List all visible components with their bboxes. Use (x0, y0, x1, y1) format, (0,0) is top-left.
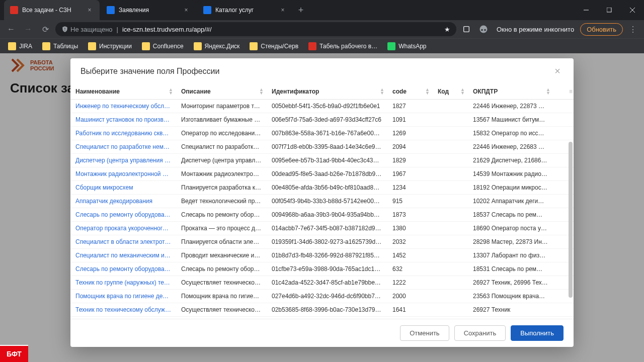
bookmark-stands[interactable]: Стенды/Серв (246, 40, 302, 52)
bookmark-jira[interactable]: JIRA (4, 40, 36, 52)
bookmark-confluence[interactable]: Confluence (138, 40, 188, 52)
tab-2[interactable]: Заявления × (101, 0, 196, 20)
profession-table: Наименование▲▼ Описание▲▼ Идентификатор▲… (70, 84, 574, 319)
close-icon[interactable]: × (86, 6, 94, 14)
close-window-button[interactable] (621, 0, 644, 20)
cell-name[interactable]: Помощник врача по гигиене детей (70, 290, 176, 303)
cell-code: 1967 (387, 167, 433, 181)
cell-name[interactable]: Работник по исследованию скважин (70, 127, 176, 140)
table-row[interactable]: Аппаратчик декодированияВедет технологич… (70, 195, 574, 208)
cancel-button[interactable]: Отменить (400, 325, 449, 341)
cell-desc: Прокатка — это процесс де… (176, 222, 267, 235)
window-controls (575, 0, 644, 20)
table-row[interactable]: Специалист по разработке немета…Специали… (70, 140, 574, 154)
maximize-button[interactable] (598, 0, 621, 20)
profession-picker-modal: Выберите значение поля Профессии × Наиме… (70, 58, 574, 347)
cell-code: 2032 (387, 235, 433, 249)
cell-okpdtr: 22446 Инженер, 22683 … (468, 140, 553, 154)
cell-name[interactable]: Сборщик изделий мебели из дерев… (70, 317, 176, 319)
cell-name[interactable]: Инженер по техническому обслужи… (70, 100, 176, 113)
cell-name[interactable]: Диспетчер (центра управления сет… (70, 154, 176, 167)
col-id[interactable]: Идентификатор▲▼ (267, 84, 387, 100)
cell-okpdtr: 18690 Оператор поста у… (468, 222, 553, 235)
cell-kod (433, 262, 468, 276)
table-row[interactable]: Техник по техническому обслужива…Осущест… (70, 303, 574, 317)
table-row[interactable]: Работник по исследованию скважинОператор… (70, 127, 574, 140)
minimize-button[interactable] (575, 0, 598, 20)
tab-3[interactable]: Каталог услуг × (197, 0, 293, 20)
cell-desc: Оператор по исследовани… (176, 127, 267, 140)
cell-code: 1484 (387, 317, 433, 319)
cell-kod (433, 276, 468, 290)
cell-name[interactable]: Оператор проката укороченного стана (70, 222, 176, 235)
table-row[interactable]: Специалист в области электротехн…Планиру… (70, 235, 574, 249)
cell-okpdtr: 18192 Операции микрос… (468, 181, 553, 195)
tab-1[interactable]: Все задачи - СЗН × (4, 0, 100, 20)
table-row[interactable]: Диспетчер (центра управления сет…Диспетч… (70, 154, 574, 167)
bookmark-instructions[interactable]: Инструкции (84, 40, 136, 52)
omnibox[interactable]: Не защищено | ice-szn.test.trudvsem.ru/a… (55, 22, 456, 36)
new-tab-button[interactable]: + (294, 0, 308, 20)
bookmark-tables[interactable]: Таблицы (38, 40, 82, 52)
cell-name[interactable]: Слесарь по ремонту оборудования… (70, 208, 176, 222)
svg-point-5 (480, 26, 488, 33)
cell-name[interactable]: Машинист установок по производс… (70, 113, 176, 127)
table-row[interactable]: Слесарь по ремонту оборудования…Слесарь … (70, 262, 574, 276)
menu-icon[interactable]: ⋮ (626, 22, 640, 36)
col-code[interactable]: code▲▼ (387, 84, 433, 100)
bft-badge: БФТ (0, 345, 28, 362)
back-button[interactable]: ← (4, 22, 18, 36)
cell-desc: Слесарь по ремонту обору… (176, 262, 267, 276)
table-row[interactable]: Сборщик изделий мебели из дерев…Сборщик … (70, 317, 574, 319)
cell-desc: Помощник врача по гигиен… (176, 290, 267, 303)
table-row[interactable]: Сборщик микросхемПланируется разработка … (70, 181, 574, 195)
table-row[interactable]: Инженер по техническому обслужи…Монитори… (70, 100, 574, 113)
col-name[interactable]: Наименование▲▼ (70, 84, 176, 100)
table-row[interactable]: Оператор проката укороченного станаПрока… (70, 222, 574, 235)
reload-button[interactable]: ⟳ (38, 22, 52, 36)
cell-code: 632 (387, 262, 433, 276)
cell-name[interactable]: Слесарь по ремонту оборудования… (70, 262, 176, 276)
cell-name[interactable]: Техник по группе (наружных) техн… (70, 276, 176, 290)
close-icon[interactable]: × (279, 6, 287, 14)
table-row[interactable]: Техник по группе (наружных) техн…Осущест… (70, 276, 574, 290)
table-scrollbar[interactable] (569, 114, 573, 314)
col-menu[interactable]: ≡ (553, 84, 574, 100)
cell-okpdtr: 18537 Слесарь по рем… (468, 208, 553, 222)
table-row[interactable]: Помощник врача по гигиене детейПомощник … (70, 290, 574, 303)
cell-code: 1829 (387, 154, 433, 167)
execute-button[interactable]: Выполнить (511, 325, 564, 341)
cell-name[interactable]: Специалист в области электротехн… (70, 235, 176, 249)
col-desc[interactable]: Описание▲▼ (176, 84, 267, 100)
cell-kod (433, 140, 468, 154)
save-button[interactable]: Сохранить (454, 325, 506, 341)
col-kod[interactable]: Код▲▼ (433, 84, 468, 100)
table-header-row: Наименование▲▼ Описание▲▼ Идентификатор▲… (70, 84, 574, 100)
cell-desc: Слесарь по ремонту обору… (176, 208, 267, 222)
col-okpdtr[interactable]: ОКПДТР▲▼ (468, 84, 553, 100)
cell-name[interactable]: Техник по техническому обслужива… (70, 303, 176, 317)
forward-button[interactable]: → (21, 22, 35, 36)
cell-name[interactable]: Монтажник радиоэлектронной апп… (70, 167, 176, 181)
cell-desc: Ведет технологический пр… (176, 195, 267, 208)
bookmark-whatsapp[interactable]: WhatsApp (383, 40, 430, 52)
bookmark-timesheet[interactable]: Табель рабочего в… (304, 40, 381, 52)
table-row[interactable]: Слесарь по ремонту оборудования…Слесарь … (70, 208, 574, 222)
svg-point-6 (481, 29, 483, 31)
modal-close-button[interactable]: × (551, 65, 564, 77)
extensions-icon[interactable] (459, 22, 473, 36)
update-button[interactable]: Обновить (580, 23, 623, 36)
table-row[interactable]: Монтажник радиоэлектронной апп…Монтажник… (70, 167, 574, 181)
cell-okpdtr: 21629 Диспетчер, 21686… (468, 154, 553, 167)
close-icon[interactable]: × (182, 6, 190, 14)
cell-name[interactable]: Аппаратчик декодирования (70, 195, 176, 208)
table-row[interactable]: Машинист установок по производс…Изготавл… (70, 113, 574, 127)
table-row[interactable]: Специалист по механическим испы…Проводит… (70, 249, 574, 262)
cell-name[interactable]: Специалист по механическим испы… (70, 249, 176, 262)
cell-kod (433, 208, 468, 222)
cell-name[interactable]: Специалист по разработке немета… (70, 140, 176, 154)
bookmark-yandex[interactable]: Яндекс.Диск (190, 40, 244, 52)
page-content: РАБОТАРОССИИ Список задач Выберите значе… (0, 53, 644, 362)
star-icon[interactable]: ★ (444, 26, 450, 33)
cell-name[interactable]: Сборщик микросхем (70, 181, 176, 195)
